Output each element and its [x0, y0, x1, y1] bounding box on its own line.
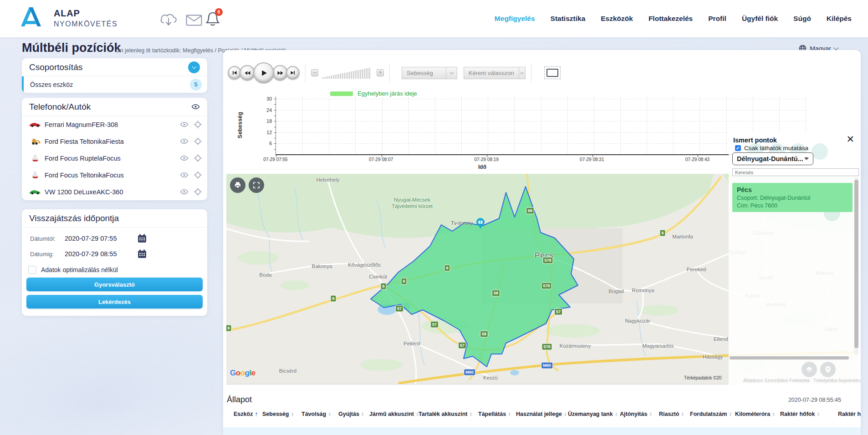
column-header-raktér-hőfok[interactable]: Raktér hőfok▲▼	[780, 411, 820, 417]
horizontal-scrollbar[interactable]	[729, 355, 853, 360]
fit-screen-icon[interactable]	[544, 66, 561, 79]
speed-chart-plot	[276, 96, 805, 155]
map-town-label: Hásságy	[703, 354, 723, 359]
device-locate-crosshair-icon[interactable]	[194, 154, 202, 162]
nav-item-eszközök[interactable]: Eszközök	[601, 15, 633, 23]
nav-item-flottakezelés[interactable]: Flottakezelés	[648, 15, 693, 23]
rewind-button[interactable]	[240, 65, 255, 81]
speed-decrease-button[interactable]: −	[311, 69, 318, 76]
region-group-select[interactable]: Délnyugat-Dunántú...	[732, 152, 813, 165]
device-label: VW 1200 DeLuxeAKC-360	[45, 188, 174, 196]
column-header-üzemanyag-tank[interactable]: Üzemanyag tank▲▼	[568, 411, 618, 417]
top-header: ALAP NYOMKÖVETÉS 0 MegfigyelésStatisztik…	[0, 0, 868, 37]
device-visibility-eye-icon[interactable]	[180, 121, 189, 127]
sort-arrows-icon: ▲▼	[469, 412, 472, 416]
tv-tower-pin-icon[interactable]	[476, 218, 485, 229]
device-visibility-eye-icon[interactable]	[180, 155, 189, 161]
device-row[interactable]: Ford Focus TeltonikaFocus	[22, 167, 207, 183]
device-label: Ferrari MagnumFER-308	[45, 121, 174, 128]
map-town-label: Bicsérd	[279, 368, 296, 374]
column-header-tápellátás[interactable]: Tápellátás▲▼	[478, 411, 511, 417]
device-locate-crosshair-icon[interactable]	[194, 121, 202, 128]
nav-item-statisztika[interactable]: Statisztika	[551, 15, 586, 23]
nav-item-megfigyelés[interactable]: Megfigyelés	[495, 15, 535, 23]
column-header-jármű-akkuszint[interactable]: Jármű akkuszint▲▼	[369, 411, 419, 417]
skip-end-button[interactable]	[286, 66, 300, 80]
group-item-all-devices[interactable]: Összes eszköz 5	[22, 76, 207, 93]
toggle-all-visibility-eye-icon[interactable]	[191, 104, 200, 110]
road-badge: 58	[492, 290, 500, 297]
sort-arrows-icon: ▲▼	[328, 412, 331, 416]
y-tick-label: 30	[254, 96, 272, 101]
known-points-search-input[interactable]	[732, 168, 859, 176]
device-row[interactable]: Ford Focus RuptelaFocus	[22, 150, 207, 167]
map-town-label: Pereked	[687, 267, 706, 272]
column-header-távolság[interactable]: Távolság▲▼	[301, 411, 331, 417]
poi-label: Tv-torony	[451, 220, 473, 226]
column-header-sebesség[interactable]: Sebesség▲▼	[262, 411, 294, 417]
column-header-ajtónyitás[interactable]: Ajtónyitás▲▼	[620, 411, 652, 417]
known-point-item[interactable]: PécsCsoport: Délnyugat-DunántúlCím: Pécs…	[732, 183, 853, 212]
mail-icon[interactable]	[186, 15, 202, 26]
date-from-value[interactable]: 2020-07-29 07:55	[65, 235, 128, 242]
x-tick-label: 07-29 08:43	[685, 157, 710, 162]
google-logo: Google	[230, 369, 255, 378]
no-optimization-checkbox-row[interactable]: Adatok optimalizálás nélkül	[28, 266, 200, 274]
device-row[interactable]: Ferrari MagnumFER-308	[22, 116, 207, 133]
nav-item-profil[interactable]: Profil	[708, 15, 726, 23]
device-locate-crosshair-icon[interactable]	[194, 188, 202, 196]
quick-select-button[interactable]: Gyorsválasztó	[26, 278, 203, 291]
column-header-kilométeróra[interactable]: Kilométeróra▲▼	[735, 411, 775, 417]
close-icon[interactable]: ✕	[846, 134, 854, 145]
calendar-icon[interactable]	[138, 249, 147, 258]
column-header-eszköz[interactable]: Eszköz▲▼	[234, 411, 258, 417]
column-header-fordulatszám[interactable]: Fordulatszám▲▼	[690, 411, 732, 417]
road-badge: 57	[458, 342, 466, 349]
map-town-label: Boda	[260, 272, 272, 278]
notification-badge[interactable]: 0	[215, 8, 223, 16]
known-points-panel: Ismert pontok ✕ ✔ Csak láthatók mutatása…	[729, 132, 861, 384]
column-header-gyújtás[interactable]: Gyújtás▲▼	[338, 411, 364, 417]
fast-forward-button[interactable]	[272, 65, 288, 81]
road-badge: 6	[330, 295, 336, 302]
device-visibility-eye-icon[interactable]	[180, 172, 189, 178]
playback-speed-slider[interactable]	[322, 66, 373, 79]
query-button[interactable]: Lekérdezés	[26, 295, 203, 309]
x-tick-label: 07-29 08:19	[474, 157, 498, 162]
speed-increase-button[interactable]: +	[377, 69, 384, 76]
grouping-collapse-button[interactable]	[188, 61, 200, 73]
cloud-download-icon[interactable]	[159, 13, 178, 26]
nav-item-súgó[interactable]: Súgó	[793, 15, 811, 23]
nav-item-ügyfél-fiók[interactable]: Ügyfél fiók	[742, 15, 778, 23]
app-logo-icon[interactable]	[19, 5, 43, 28]
column-header-raktér-hőfok[interactable]: Raktér hőfok▲▼	[838, 411, 861, 417]
device-select[interactable]: Kérem válasszon	[464, 67, 526, 79]
road-badge: 6	[659, 230, 665, 237]
device-locate-crosshair-icon[interactable]	[194, 137, 202, 145]
device-row[interactable]: VW 1200 DeLuxeAKC-360	[22, 183, 207, 200]
play-button[interactable]	[253, 62, 274, 83]
red-car-icon	[29, 121, 41, 127]
known-point-address: Cím: Pécs 7600	[737, 202, 848, 209]
status-table-row[interactable]	[223, 427, 861, 435]
sort-arrows-icon: ▲▼	[649, 412, 652, 416]
print-map-button[interactable]	[230, 177, 245, 193]
device-visibility-eye-icon[interactable]	[180, 138, 189, 144]
fullscreen-map-button[interactable]	[249, 177, 264, 193]
calendar-icon[interactable]	[138, 234, 147, 243]
road-badge: 6	[226, 325, 232, 332]
speed-type-select[interactable]: Sebesség	[402, 67, 457, 79]
device-visibility-eye-icon[interactable]	[180, 189, 189, 195]
device-locate-crosshair-icon[interactable]	[194, 171, 202, 179]
vertical-scrollbar[interactable]	[854, 177, 858, 355]
sort-arrows-icon: ▲▼	[817, 412, 820, 416]
date-to-value[interactable]: 2020-07-29 08:55	[65, 250, 128, 258]
column-header-riasztó[interactable]: Riasztó▲▼	[659, 411, 684, 417]
y-tick-label: 18	[254, 118, 272, 124]
column-header-tartalék-akkuszint[interactable]: Tartalék akkuszint▲▼	[419, 411, 472, 417]
visible-only-checkbox-checked[interactable]: ✔	[735, 145, 741, 151]
column-header-használat-jellege[interactable]: Használat jellege▲▼	[516, 411, 567, 417]
checkbox-unchecked[interactable]	[28, 266, 36, 274]
device-row[interactable]: Ford Fiesta TeltonikaFiesta	[22, 133, 207, 150]
nav-item-kilépés[interactable]: Kilépés	[827, 15, 852, 23]
